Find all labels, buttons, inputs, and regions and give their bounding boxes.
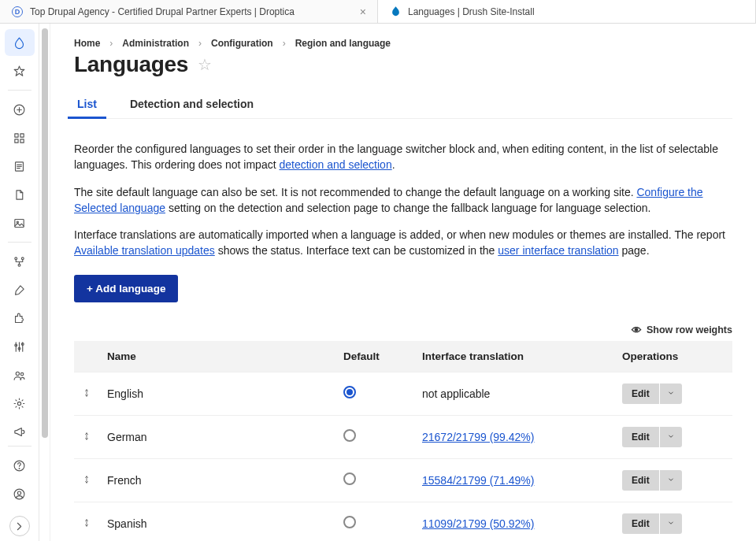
- drag-handle-icon[interactable]: [74, 415, 99, 458]
- operations-dropdown: Edit: [622, 384, 682, 404]
- chevron-right-icon: ›: [198, 38, 202, 49]
- drag-handle-icon[interactable]: [74, 502, 99, 541]
- tab-list[interactable]: List: [74, 91, 100, 118]
- table-row: French15584/21799 (71.49%)Edit: [74, 458, 732, 502]
- favicon-drupal: [389, 6, 402, 18]
- operations-caret[interactable]: [659, 427, 682, 447]
- operations-caret[interactable]: [659, 470, 682, 491]
- th-default: Default: [335, 341, 414, 372]
- chevron-right-icon: ›: [109, 38, 113, 49]
- svg-rect-2: [20, 133, 24, 136]
- svg-point-15: [20, 372, 24, 376]
- rail-drupal-icon[interactable]: [5, 29, 35, 56]
- operations-dropdown: Edit: [622, 427, 682, 447]
- rail-puzzle-icon[interactable]: [5, 305, 35, 332]
- th-translation: Interface translation: [414, 341, 614, 372]
- table-row: Englishnot applicableEdit: [74, 372, 732, 415]
- language-name: Spanish: [99, 502, 335, 541]
- breadcrumb: Home › Administration › Configuration › …: [74, 38, 732, 49]
- rail-flow-icon[interactable]: [5, 248, 35, 275]
- svg-point-18: [19, 468, 20, 469]
- svg-rect-1: [15, 133, 18, 136]
- rail-expand-button[interactable]: [9, 516, 30, 536]
- operations-dropdown: Edit: [622, 470, 682, 491]
- language-name: French: [99, 458, 335, 502]
- language-name: German: [99, 415, 335, 458]
- translation-status[interactable]: 21672/21799 (99.42%): [422, 431, 534, 443]
- browser-tab-1[interactable]: Languages | Drush Site-Install: [378, 0, 756, 23]
- svg-rect-4: [20, 139, 24, 142]
- close-icon[interactable]: ×: [360, 6, 366, 18]
- default-radio[interactable]: [343, 429, 356, 442]
- intro-text-3: Interface translations are automatically…: [74, 228, 725, 241]
- edit-button[interactable]: Edit: [622, 427, 659, 447]
- intro-text: Reorder the configured languages to set …: [74, 141, 732, 259]
- language-name: English: [99, 372, 335, 415]
- edit-button[interactable]: Edit: [622, 470, 659, 491]
- intro-text-1: Reorder the configured languages to set …: [74, 143, 718, 171]
- tab-title: Languages | Drush Site-Install: [408, 6, 744, 17]
- rail-page-icon[interactable]: [5, 153, 35, 180]
- link-available-translation-updates[interactable]: Available translation updates: [74, 244, 215, 257]
- breadcrumb-item[interactable]: Home: [74, 38, 100, 49]
- edit-button[interactable]: Edit: [622, 384, 659, 404]
- svg-rect-6: [15, 219, 24, 227]
- rail-users-icon[interactable]: [5, 361, 35, 388]
- drag-handle-icon[interactable]: [74, 372, 99, 415]
- rail-grid-icon[interactable]: [5, 124, 35, 151]
- rail-file-icon[interactable]: [5, 181, 35, 208]
- svg-point-7: [17, 221, 18, 223]
- table-row: Spanish11099/21799 (50.92%)Edit: [74, 502, 732, 541]
- link-user-interface-translation[interactable]: user interface translation: [498, 244, 618, 257]
- add-language-button[interactable]: + Add language: [74, 275, 178, 302]
- breadcrumb-item[interactable]: Region and language: [295, 38, 391, 49]
- page-tabs: List Detection and selection: [74, 91, 732, 119]
- svg-point-14: [16, 372, 19, 375]
- rail-add-icon[interactable]: [5, 96, 35, 123]
- languages-table: Name Default Interface translation Opera…: [74, 341, 732, 541]
- svg-rect-3: [15, 139, 18, 142]
- favicon-droptica: D: [11, 6, 24, 18]
- default-radio[interactable]: [343, 472, 356, 485]
- translation-status: not applicable: [422, 387, 490, 400]
- operations-caret[interactable]: [659, 513, 682, 534]
- browser-tab-0[interactable]: D Top Drupal Agency - Certified Drupal P…: [0, 0, 378, 23]
- translation-status[interactable]: 15584/21799 (71.49%): [422, 474, 534, 487]
- operations-caret[interactable]: [659, 384, 682, 404]
- tab-title: Top Drupal Agency - Certified Drupal Par…: [30, 6, 354, 17]
- svg-point-16: [17, 402, 20, 405]
- rail-brush-icon[interactable]: [5, 276, 35, 303]
- show-row-weights[interactable]: 👁 Show row weights: [74, 324, 732, 336]
- page-title: Languages: [74, 52, 188, 77]
- table-row: German21672/21799 (99.42%)Edit: [74, 415, 732, 458]
- main-content: Home › Administration › Configuration › …: [50, 24, 756, 541]
- intro-text-2: The site default language can also be se…: [74, 186, 636, 198]
- default-radio[interactable]: [343, 516, 356, 528]
- browser-tabs: D Top Drupal Agency - Certified Drupal P…: [0, 0, 756, 24]
- default-radio[interactable]: [343, 386, 356, 398]
- operations-dropdown: Edit: [622, 513, 682, 534]
- show-row-weights-label: Show row weights: [647, 324, 732, 335]
- eye-icon: 👁: [632, 324, 642, 336]
- scroll-thumb[interactable]: [42, 28, 48, 438]
- tab-detection[interactable]: Detection and selection: [127, 91, 257, 118]
- chevron-right-icon: ›: [283, 38, 286, 49]
- rail-image-icon[interactable]: [5, 209, 35, 236]
- th-name: Name: [99, 341, 335, 372]
- svg-point-20: [17, 491, 20, 494]
- admin-rail: [0, 24, 39, 541]
- rail-star-icon[interactable]: [5, 57, 35, 84]
- link-detection-selection[interactable]: detection and selection: [279, 158, 391, 171]
- star-icon[interactable]: ☆: [198, 55, 212, 74]
- breadcrumb-item[interactable]: Administration: [122, 38, 189, 49]
- rail-help-icon[interactable]: [5, 452, 35, 479]
- translation-status[interactable]: 11099/21799 (50.92%): [422, 517, 534, 530]
- drag-handle-icon[interactable]: [74, 458, 99, 502]
- rail-account-icon[interactable]: [5, 480, 35, 507]
- rail-gear-icon[interactable]: [5, 390, 35, 417]
- edit-button[interactable]: Edit: [622, 513, 659, 534]
- scroll-track[interactable]: [39, 24, 50, 541]
- th-operations: Operations: [614, 341, 732, 372]
- rail-sliders-icon[interactable]: [5, 333, 35, 360]
- breadcrumb-item[interactable]: Configuration: [211, 38, 273, 49]
